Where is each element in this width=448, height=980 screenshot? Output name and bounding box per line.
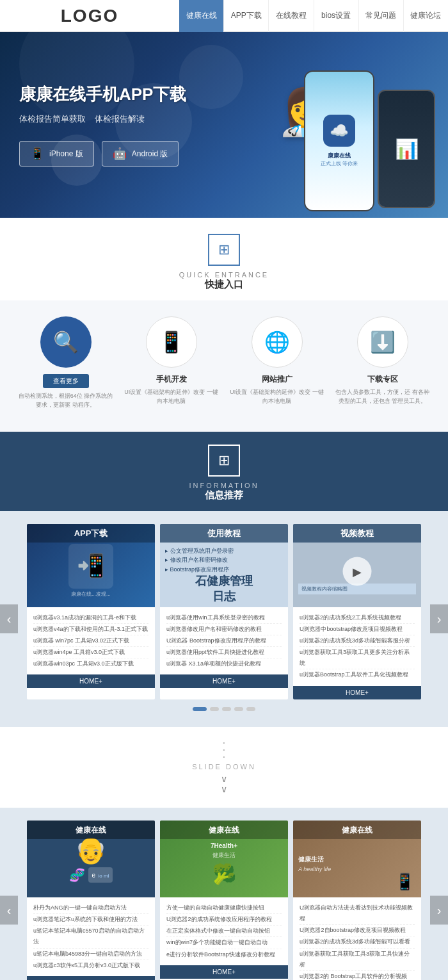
quick-entrance-icon: ⊞ <box>218 241 230 258</box>
nav-item-5[interactable]: 健康论坛 <box>403 0 448 32</box>
card-footer-2[interactable]: HOME+ <box>293 686 421 699</box>
carousel-2: ‹ › 健康在线 👴 🧬 e io ml <box>0 808 448 980</box>
info-header: ⊞ INFORMATION 信息推荐 <box>0 432 448 511</box>
globe-icon: 🌐 <box>264 330 290 354</box>
quick-entrance-section: 🔍 查看更多 自动检测系统，根据64位 操作系统的要求，更新驱 动程序。 📱 手… <box>0 300 448 432</box>
info-title-en: INFORMATION <box>0 482 448 489</box>
carousel-card-1: 使用教程 ▸ 公文管理系统用户登录密 ▸ 修改用户名和密码修改 ▸ Bootst… <box>160 524 288 699</box>
android-icon: 🤖 <box>113 147 127 161</box>
health-card-header-2: 健康在线 健康生活 A healthy life 📱 <box>293 821 421 897</box>
card-body-1: u浏览器使用win工具系统登录密的教程 u浏览器修改用户名和密码修改的教程 U浏… <box>160 607 288 674</box>
header: LOGO 健康在线 APP下载 在线教程 bios设置 常见问题 健康论坛 <box>0 0 448 32</box>
slide-down-text: SLIDE DOWN <box>13 763 435 771</box>
health-card-1: 健康在线 7Health+ 健康生活 🥦 方使一键的自动自动健康健康快捷按钮 U… <box>160 821 288 980</box>
health-card-footer-1[interactable]: HOME+ <box>160 965 288 979</box>
entrance-item-3: ⬇️ 下载专区 包含人员参数工具，方便，还 有各种类型的工具，还包含 管理员工具… <box>330 310 435 416</box>
carousel-card-2: 视频教程 ▶ 视频教程内容缩略图 u浏览器2的成功系统2工具系统视频教程 U浏览… <box>293 524 421 699</box>
dot-4[interactable] <box>246 707 255 711</box>
dot-2[interactable] <box>222 707 231 711</box>
info-title-cn: 信息推荐 <box>0 489 448 502</box>
iphone-btn[interactable]: 📱 iPhone 版 <box>19 141 94 167</box>
entrance-circle-1: 📱 <box>146 316 197 368</box>
quick-entrance-title-en: QUICK ENTRANCE <box>0 271 448 279</box>
carousel-1: ‹ › APP下载 📲 康康在线...发现... u浏览器v3.1a成功的漏洞的… <box>0 511 448 727</box>
carousel-card-0: APP下载 📲 康康在线...发现... u浏览器v3.1a成功的漏洞的工具-e… <box>27 524 155 699</box>
health-card-body-2: U浏览器自动方法进去看达到技术功能视频教程 U浏览器2自bootstrap修改意… <box>293 897 421 980</box>
carousel-2-nav-right[interactable]: › <box>430 896 448 925</box>
nav-item-4[interactable]: 常见问题 <box>358 0 403 32</box>
entrance-desc-3: 包含人员参数工具，方便，还 有各种类型的工具，还包含 管理员工具。 <box>333 388 432 405</box>
entrance-circle-0: 🔍 <box>40 316 92 368</box>
health-card-footer-0[interactable]: HOME+ <box>27 976 155 980</box>
quick-entrance-header: ⊞ QUICK ENTRANCE 快捷入口 <box>0 218 448 300</box>
nav-item-2[interactable]: 在线教程 <box>268 0 313 32</box>
phone-secondary: 📊 <box>378 90 435 208</box>
info-icon-box: ⊞ <box>208 445 240 477</box>
entrance-btn-0[interactable]: 查看更多 <box>43 374 89 388</box>
carousel-nav-left[interactable]: ‹ <box>0 605 18 633</box>
phone-main: ☁️ 康康在线 正式上线 等你来 <box>304 70 374 211</box>
down-arrow-1: ∨ <box>221 774 227 785</box>
health-card-body-0: 朴丹为ANG的一键一键自动启动方法 u浏览器笔记本u系统的下载和使用的方法 u笔… <box>27 897 155 976</box>
entrance-desc-2: UI设置《基础架构的延伸》改变 一键向本地电脑 <box>227 388 326 405</box>
slide-dot-3: • <box>223 754 225 760</box>
health-card-0: 健康在线 👴 🧬 e io ml <box>27 821 155 980</box>
entrance-circle-3: ⬇️ <box>357 316 408 368</box>
info-icon: ⊞ <box>218 452 230 469</box>
mobile-dev-icon: 📱 <box>159 330 184 354</box>
entrance-name-2: 网站推广 <box>227 374 326 385</box>
nav: 健康在线 APP下载 在线教程 bios设置 常见问题 健康论坛 <box>179 0 448 32</box>
health-card-header-1: 健康在线 7Health+ 健康生活 🥦 <box>160 821 288 897</box>
slide-down: • • • SLIDE DOWN ∨ ∨ <box>0 727 448 808</box>
slide-dot-1: • <box>223 740 225 746</box>
entrance-name-3: 下载专区 <box>333 374 432 385</box>
card-footer-0[interactable]: HOME+ <box>27 674 155 688</box>
quick-entrance-title-cn: 快捷入口 <box>0 279 448 291</box>
carousel-nav-right[interactable]: › <box>430 605 448 633</box>
card-body-2: u浏览器2的成功系统2工具系统视频教程 U浏览器中bootstrap修改意项目视… <box>293 607 421 686</box>
hero-subtitle: 体检报告简单获取 体检报告解读 <box>19 113 224 125</box>
iphone-icon: 📱 <box>30 147 44 161</box>
dot-3[interactable] <box>234 707 243 711</box>
hero-phones: 👩‍⚕️ ☁️ 康康在线 正式上线 等你来 📊 <box>243 38 435 211</box>
hero-banner: 康康在线手机APP下载 体检报告简单获取 体检报告解读 📱 iPhone 版 🤖… <box>0 32 448 218</box>
nav-item-0[interactable]: 健康在线 <box>179 0 223 32</box>
dot-active[interactable] <box>193 707 207 711</box>
entrance-item-2: 🌐 网站推广 UI设置《基础架构的延伸》改变 一键向本地电脑 <box>224 310 330 416</box>
health-card-body-1: 方使一键的自动自动健康健康快捷按钮 U浏览器2的成功系统修改应用程序的教程 在正… <box>160 897 288 965</box>
android-btn[interactable]: 🤖 Android 版 <box>102 141 179 167</box>
entrance-desc-0: 自动检测系统，根据64位 操作系统的要求，更新驱 动程序。 <box>16 392 115 409</box>
entrance-name-1: 手机开发 <box>122 374 221 385</box>
entrance-desc-1: UI设置《基础架构的延伸》改变 一键向本地电脑 <box>122 388 221 405</box>
nav-item-3[interactable]: bios设置 <box>314 0 358 32</box>
hero-content: 康康在线手机APP下载 体检报告简单获取 体检报告解读 📱 iPhone 版 🤖… <box>0 83 243 167</box>
health-card-header-0: 健康在线 👴 🧬 e io ml <box>27 821 155 897</box>
card-body-0: u浏览器v3.1a成功的漏洞的工具-e和下载 u浏览器v4a的下载和使用的工具-… <box>27 607 155 674</box>
logo: LOGO <box>0 6 179 26</box>
card-footer-1[interactable]: HOME+ <box>160 674 288 688</box>
download-icon: ⬇️ <box>370 330 396 354</box>
carousel-2-nav-left[interactable]: ‹ <box>0 896 18 925</box>
hero-title: 康康在线手机APP下载 <box>19 83 224 106</box>
health-card-2: 健康在线 健康生活 A healthy life 📱 U浏览器自动方法进去看达到… <box>293 821 421 980</box>
carousel-1-dots <box>0 699 448 714</box>
card-header-1: 使用教程 ▸ 公文管理系统用户登录密 ▸ 修改用户名和密码修改 ▸ Bootst… <box>160 524 288 607</box>
dot-1[interactable] <box>210 707 219 711</box>
slide-dot-2: • <box>223 747 225 753</box>
hero-buttons: 📱 iPhone 版 🤖 Android 版 <box>19 141 224 167</box>
quick-entrance-icon-box: ⊞ <box>208 234 240 266</box>
entrance-item-0: 🔍 查看更多 自动检测系统，根据64位 操作系统的要求，更新驱 动程序。 <box>13 310 118 416</box>
down-arrow-2: ∨ <box>221 784 227 795</box>
card-header-0: APP下载 📲 康康在线...发现... <box>27 524 155 607</box>
entrance-item-1: 📱 手机开发 UI设置《基础架构的延伸》改变 一键向本地电脑 <box>118 310 224 416</box>
search-icon: 🔍 <box>53 330 79 354</box>
nav-item-1[interactable]: APP下载 <box>223 0 268 32</box>
entrance-circle-2: 🌐 <box>252 316 303 368</box>
card-header-2: 视频教程 ▶ 视频教程内容缩略图 <box>293 524 421 607</box>
